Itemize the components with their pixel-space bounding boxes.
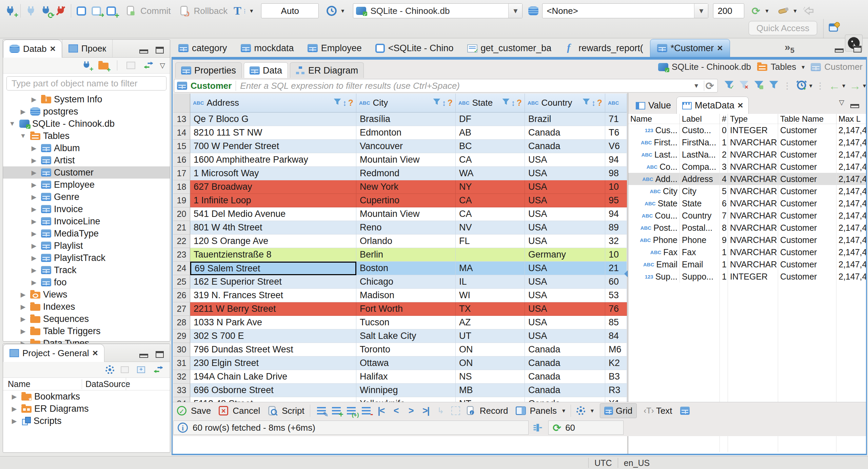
meta-cell[interactable]: FirstNa...	[680, 136, 720, 148]
tree-item-invoice[interactable]: ▶Invoice	[3, 203, 170, 215]
commit-icon[interactable]	[123, 3, 138, 18]
grid-cell[interactable]: 84	[605, 329, 627, 343]
meta-cell[interactable]: NVARCHAR	[728, 234, 778, 246]
grid-cell[interactable]: 53	[605, 289, 627, 302]
meta-cell[interactable]: 0	[720, 124, 728, 136]
row-number[interactable]: 30	[173, 343, 190, 356]
meta-cell[interactable]: 2,147,483	[836, 197, 866, 209]
grid-cell[interactable]: 10	[605, 248, 627, 262]
grid-cell[interactable]: 1 Microsoft Way	[190, 167, 356, 180]
grid-cell[interactable]: Cupertino	[356, 194, 456, 207]
grid-cell[interactable]: DF	[456, 113, 525, 126]
grid-cell[interactable]: USA	[525, 167, 605, 180]
rollback-icon[interactable]	[177, 3, 192, 18]
column-header-partial[interactable]: ABC	[605, 94, 627, 113]
meta-cell[interactable]: 2,147,483	[836, 222, 866, 234]
first-row-icon[interactable]: |<	[375, 405, 387, 416]
rollback-label[interactable]: Rollback	[194, 6, 228, 16]
grid-cell[interactable]: BC	[456, 140, 525, 153]
meta-cell[interactable]: NVARCHAR	[728, 136, 778, 148]
meta-cell[interactable]: Customer	[778, 222, 836, 234]
project-settings-gear-icon[interactable]	[105, 365, 114, 374]
grid-cell[interactable]: 1033 N Park Ave	[190, 316, 356, 329]
row-number[interactable]: 26	[173, 289, 190, 302]
grid-cell[interactable]: Canada	[525, 384, 605, 397]
row-number[interactable]: 13	[173, 113, 190, 126]
meta-cell[interactable]: 2,147,483	[836, 270, 866, 283]
tab-metadata[interactable]: MetaData ×	[676, 97, 749, 114]
grid-cell[interactable]: USA	[525, 316, 605, 329]
grid-cell[interactable]: Reno	[356, 221, 456, 234]
grid-cell[interactable]: Canada	[525, 140, 605, 153]
row-number[interactable]: 20	[173, 207, 190, 221]
editor-tab--customer[interactable]: *Customer×	[650, 39, 730, 57]
nav-filter-input[interactable]: Type part of object name to filter	[6, 76, 166, 90]
tab-project-general[interactable]: Project - General ×	[3, 344, 104, 362]
meta-column-#[interactable]: #	[720, 114, 728, 124]
grid-cell[interactable]: 2211 W Berry Street	[190, 302, 356, 316]
breadcrumb-table-label[interactable]: Customer	[824, 62, 863, 72]
meta-name-cell[interactable]: ABCCou...	[628, 209, 680, 222]
grid-cell[interactable]: B3	[605, 370, 627, 384]
grid-cell[interactable]: 76	[605, 302, 627, 316]
grid-cell[interactable]: 21	[605, 262, 627, 275]
meta-column-name[interactable]: Name	[628, 114, 680, 124]
tab-database-navigator[interactable]: Datab ×	[3, 40, 62, 58]
transaction-log-icon[interactable]: T ⋮	[233, 3, 248, 18]
meta-name-cell[interactable]: 123Cus...	[628, 124, 680, 136]
tree-item-customer[interactable]: ▶Customer	[3, 166, 170, 179]
meta-cell[interactable]: 2,147,483	[836, 234, 866, 246]
meta-cell[interactable]: INTEGER	[728, 270, 778, 283]
meta-cell[interactable]: Customer	[778, 185, 836, 197]
tree-collapsed-icon[interactable]: ▶	[29, 205, 38, 213]
grid-cell[interactable]: Mountain View	[356, 207, 456, 221]
tab-projects[interactable]: Проек	[62, 40, 113, 57]
tree-item-employee[interactable]: ▶Employee	[3, 179, 170, 191]
meta-cell[interactable]: Customer	[778, 270, 836, 283]
tree-item-album[interactable]: ▶Album	[3, 142, 170, 154]
meta-cell[interactable]: 2,147,483	[836, 148, 866, 161]
grid-cell[interactable]: 801 W 4th Street	[190, 221, 356, 234]
grid-cell[interactable]: 60	[605, 275, 627, 289]
meta-cell[interactable]: 1	[720, 136, 728, 148]
tree-collapsed-icon[interactable]: ▶	[19, 327, 27, 335]
meta-cell[interactable]: 2,147,483	[836, 136, 866, 148]
tree-item-sequences[interactable]: ▶Sequences	[3, 313, 170, 325]
meta-name-cell[interactable]: ABCAdd...	[628, 173, 680, 185]
navigator-minimize-icon[interactable]	[139, 46, 148, 56]
edit-cell-icon[interactable]: ✎	[316, 405, 327, 416]
grid-cell[interactable]: 98	[605, 167, 627, 180]
reconnect-icon[interactable]: ⟳	[38, 3, 53, 18]
meta-cell[interactable]: 4	[720, 173, 728, 185]
fetch-size-input[interactable]: 200	[713, 3, 744, 18]
grid-cell[interactable]: WA	[456, 167, 525, 180]
tree-item-table-triggers[interactable]: ▶Table Triggers	[3, 325, 170, 337]
tree-item-sqlite-chinook-db[interactable]: ▼SQLite - Chinook.db	[3, 118, 170, 130]
sql-filter-field[interactable]: Customer Enter a SQL expression to filte…	[174, 79, 718, 93]
filter-apply-icon[interactable]: ✓	[724, 80, 734, 92]
grid-cell[interactable]: 120 S Orange Ave	[190, 234, 356, 248]
tab-database-close-icon[interactable]: ×	[50, 44, 55, 54]
grid-cell[interactable]: 69 Salem Street	[190, 262, 356, 275]
meta-cell[interactable]: Country	[680, 209, 720, 222]
script-label[interactable]: Script	[282, 406, 304, 416]
tree-collapsed-icon[interactable]: ▶	[29, 218, 38, 225]
grid-cell[interactable]: CA	[456, 194, 525, 207]
meta-cell[interactable]: 2,147,483	[836, 124, 866, 136]
grid-cell[interactable]: 319 N. Frances Street	[190, 289, 356, 302]
meta-cell[interactable]: 2,147,483	[836, 185, 866, 197]
grid-cell[interactable]: 94	[605, 153, 627, 167]
column-header-state[interactable]: ABCState↕?	[456, 94, 525, 113]
database-select-arrow[interactable]: ▼	[508, 4, 522, 18]
editor-tab-category[interactable]: category	[172, 39, 234, 57]
quick-access-input[interactable]: Quick Access	[749, 21, 817, 35]
grid-cell[interactable]: 700 W Pender Street	[190, 140, 356, 153]
meta-column-table-name[interactable]: Table Name	[778, 114, 836, 124]
grid-cell[interactable]: USA	[525, 289, 605, 302]
project-item-bookmarks[interactable]: ▶Bookmarks	[3, 390, 170, 403]
grid-cell[interactable]: Mountain View	[356, 153, 456, 167]
tree-collapsed-icon[interactable]: ▶	[29, 254, 38, 262]
nav-new-connection-icon[interactable]: +	[80, 59, 93, 72]
sql-editor-icon[interactable]	[74, 3, 89, 18]
grid-cell[interactable]: Redmond	[356, 167, 456, 180]
